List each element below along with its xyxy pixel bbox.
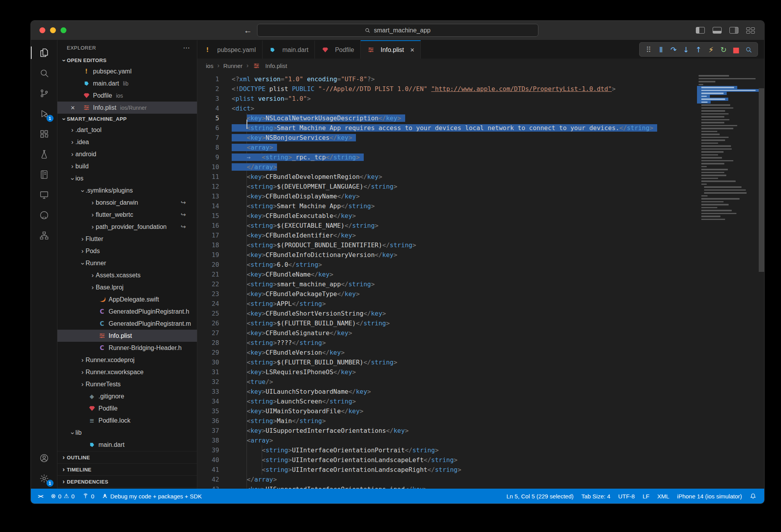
- line-number[interactable]: 30: [197, 357, 219, 367]
- tree-folder-Assets.xcassets[interactable]: ›Assets.xcassets: [57, 269, 197, 281]
- line-number[interactable]: 22: [197, 279, 219, 289]
- open-editor-item[interactable]: !pubspec.yaml: [57, 65, 197, 77]
- line-number[interactable]: 36: [197, 416, 219, 426]
- tree-file-GeneratedPluginRegistrant.h[interactable]: CGeneratedPluginRegistrant.h: [57, 305, 197, 318]
- status-encoding[interactable]: UTF-8: [614, 489, 639, 503]
- tree-file-Podfile.lock[interactable]: ≡Podfile.lock: [57, 414, 197, 427]
- line-number[interactable]: 26: [197, 318, 219, 328]
- line-number[interactable]: 32: [197, 377, 219, 387]
- explorer-icon[interactable]: [31, 43, 57, 63]
- tree-folder-RunnerTests[interactable]: ›RunnerTests: [57, 378, 197, 390]
- status-dart-debug-mode[interactable]: Debug my code + packages + SDK: [98, 489, 206, 503]
- status-device[interactable]: iPhone 14 (ios simulator): [673, 489, 746, 503]
- status-notifications[interactable]: [746, 489, 760, 503]
- testing-icon[interactable]: [31, 144, 57, 164]
- command-center[interactable]: smart_machine_app: [257, 24, 538, 37]
- tree-folder-.idea[interactable]: ›.idea: [57, 136, 197, 148]
- line-number[interactable]: 18: [197, 240, 219, 250]
- account-icon[interactable]: [31, 448, 57, 468]
- back-button[interactable]: ←: [244, 26, 252, 35]
- source-control-icon[interactable]: [31, 83, 57, 104]
- tree-file-Runner-Bridging-Header.h[interactable]: CRunner-Bridging-Header.h: [57, 342, 197, 354]
- line-number[interactable]: 10: [197, 162, 219, 172]
- line-number[interactable]: 37: [197, 426, 219, 436]
- line-number[interactable]: 11: [197, 172, 219, 182]
- line-number[interactable]: 12: [197, 182, 219, 191]
- line-number[interactable]: 13: [197, 191, 219, 201]
- line-number[interactable]: 38: [197, 436, 219, 445]
- line-number[interactable]: 7: [197, 133, 219, 143]
- breadcrumb-item[interactable]: Runner: [223, 62, 243, 69]
- status-eol[interactable]: LF: [639, 489, 654, 503]
- tab-main.dart[interactable]: main.dart: [263, 40, 315, 59]
- tab-pubspec.yaml[interactable]: !pubspec.yaml: [197, 40, 263, 59]
- line-number[interactable]: 17: [197, 230, 219, 240]
- minimap[interactable]: [699, 74, 758, 221]
- tree-file-main.dart[interactable]: main.dart: [57, 439, 197, 451]
- remote-explorer-icon[interactable]: [31, 185, 57, 205]
- line-number[interactable]: 16: [197, 221, 219, 230]
- line-number[interactable]: 33: [197, 387, 219, 396]
- tree-folder-Base.lproj[interactable]: ›Base.lproj: [57, 281, 197, 293]
- line-number[interactable]: 15: [197, 211, 219, 221]
- line-number[interactable]: 34: [197, 396, 219, 406]
- line-number[interactable]: 41: [197, 465, 219, 475]
- close-icon[interactable]: ×: [71, 104, 75, 111]
- tree-file-AppDelegate.swift[interactable]: AppDelegate.swift: [57, 293, 197, 305]
- section-dependencies[interactable]: ›DEPENDENCIES: [57, 476, 197, 488]
- open-editor-item[interactable]: ×Info.plistios/Runner: [57, 102, 197, 114]
- tree-file-Podfile[interactable]: Podfile: [57, 402, 197, 414]
- line-number[interactable]: 8: [197, 143, 219, 152]
- close-window-button[interactable]: [39, 27, 45, 33]
- open-devtools-button[interactable]: [743, 44, 754, 55]
- line-number[interactable]: 21: [197, 270, 219, 279]
- drag-handle-button[interactable]: ⠿: [643, 44, 654, 55]
- line-number[interactable]: 23: [197, 289, 219, 299]
- tree-file-.gitignore[interactable]: ◆.gitignore: [57, 390, 197, 402]
- line-number[interactable]: 3: [197, 94, 219, 104]
- status-ports[interactable]: 0: [79, 489, 98, 503]
- customize-layout-icon[interactable]: [746, 27, 755, 34]
- line-number[interactable]: 14: [197, 201, 219, 211]
- step-into-button[interactable]: ↓: [680, 44, 692, 55]
- step-over-button[interactable]: ↷: [668, 44, 679, 55]
- line-number[interactable]: 4: [197, 104, 219, 113]
- line-number[interactable]: 20: [197, 260, 219, 270]
- line-number[interactable]: 28: [197, 338, 219, 348]
- line-number[interactable]: 43: [197, 484, 219, 489]
- hot-reload-button[interactable]: ⚡: [705, 44, 717, 55]
- status-problems[interactable]: ⊗0⚠0: [47, 489, 79, 503]
- scrollbar[interactable]: [759, 73, 764, 489]
- status-tab-size[interactable]: Tab Size: 4: [577, 489, 614, 503]
- tree-folder-Runner[interactable]: ›Runner: [57, 257, 197, 269]
- line-number[interactable]: 35: [197, 406, 219, 416]
- run-debug-icon[interactable]: 1: [31, 104, 57, 124]
- status-cursor-position[interactable]: Ln 5, Col 5 (229 selected): [502, 489, 577, 503]
- status-language-mode[interactable]: XML: [653, 489, 673, 503]
- scrollbar-thumb[interactable]: [759, 88, 764, 272]
- tree-folder-path_provider_foundation[interactable]: ›path_provider_foundation↪: [57, 221, 197, 233]
- minimize-window-button[interactable]: [50, 27, 56, 33]
- stop-button[interactable]: ■: [730, 44, 742, 55]
- tab-Podfile[interactable]: Podfile: [315, 40, 361, 59]
- pause-button[interactable]: Ⅱ: [655, 44, 667, 55]
- tab-Info.plist[interactable]: Info.plist×: [361, 40, 421, 59]
- tree-folder-flutter_webrtc[interactable]: ›flutter_webrtc↪: [57, 209, 197, 221]
- open-editor-item[interactable]: Podfileios: [57, 89, 197, 102]
- line-number[interactable]: 5: [197, 113, 219, 123]
- line-number[interactable]: 6: [197, 123, 219, 133]
- tree-folder-Runner.xcworkspace[interactable]: ›Runner.xcworkspace: [57, 366, 197, 378]
- more-actions-button[interactable]: ⋯: [183, 44, 190, 52]
- hierarchy-icon[interactable]: [31, 225, 57, 246]
- line-number[interactable]: 31: [197, 367, 219, 377]
- tree-file-Info.plist[interactable]: Info.plist: [57, 330, 197, 342]
- toggle-secondary-sidebar-icon[interactable]: [729, 27, 738, 34]
- extensions-icon[interactable]: [31, 124, 57, 144]
- toggle-sidebar-icon[interactable]: [696, 27, 705, 34]
- github-icon[interactable]: [31, 205, 57, 225]
- line-number[interactable]: 2: [197, 84, 219, 94]
- open-editor-item[interactable]: main.dartlib: [57, 77, 197, 89]
- toggle-panel-icon[interactable]: [713, 27, 722, 34]
- open-editors-header[interactable]: › OPEN EDITORS: [57, 55, 197, 65]
- tree-folder-.symlinks/plugins[interactable]: ›.symlinks/plugins: [57, 184, 197, 196]
